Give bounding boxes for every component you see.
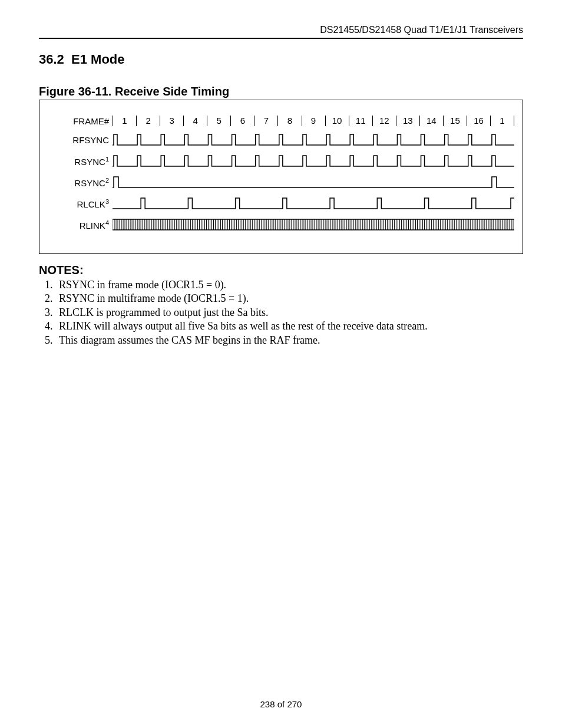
signal-row-rsync2: RSYNC2 bbox=[50, 174, 514, 190]
signal-label-rfsync: RFSYNC bbox=[50, 135, 113, 145]
page-number: 238 of 270 bbox=[0, 699, 562, 709]
signal-row-rlink: RLINK4 bbox=[50, 217, 514, 232]
frame-number-cell: 3 bbox=[160, 116, 183, 126]
frame-number-cell: 15 bbox=[443, 116, 467, 126]
signal-label-rsync2: RSYNC2 bbox=[50, 177, 113, 188]
note-item: This diagram assumes the CAS MF begins i… bbox=[55, 334, 523, 347]
frame-number-cell: 8 bbox=[277, 116, 301, 126]
signal-label-rlink: RLINK4 bbox=[50, 219, 113, 230]
note-item: RSYNC in multiframe mode (IOCR1.5 = 1). bbox=[55, 292, 523, 305]
signal-row-rfsync: RFSYNC bbox=[50, 132, 514, 147]
waveform-rsync2 bbox=[113, 174, 514, 190]
running-header-rule bbox=[39, 38, 523, 39]
note-item: RLINK will always output all five Sa bit… bbox=[55, 319, 523, 333]
frame-number-row: FRAME# 123456789101112131415161 bbox=[50, 114, 514, 127]
waveform-rsync1 bbox=[113, 153, 514, 169]
frame-number-cell: 11 bbox=[349, 116, 372, 126]
figure-box: FRAME# 123456789101112131415161 RFSYNC R… bbox=[39, 100, 523, 254]
figure-title: Receive Side Timing bbox=[115, 85, 229, 98]
signal-label-rsync1: RSYNC1 bbox=[50, 156, 113, 167]
section-title: E1 Mode bbox=[71, 52, 124, 67]
frame-number-cell: 14 bbox=[419, 116, 443, 126]
signal-label-rlclk: RLCLK3 bbox=[50, 198, 113, 209]
frame-number-cell: 2 bbox=[136, 116, 160, 126]
frame-number-cell: 13 bbox=[396, 116, 419, 126]
frame-number-cell: 10 bbox=[325, 116, 349, 126]
note-item: RLCLK is programmed to output just the S… bbox=[55, 306, 523, 319]
section-number: 36.2 bbox=[39, 52, 64, 67]
frame-label: FRAME# bbox=[50, 116, 113, 126]
frame-number-cell: 5 bbox=[207, 116, 230, 126]
frame-number-cell: 7 bbox=[254, 116, 277, 126]
waveform-rlclk bbox=[113, 196, 514, 211]
signal-row-rlclk: RLCLK3 bbox=[50, 196, 514, 211]
page: DS21455/DS21458 Quad T1/E1/J1 Transceive… bbox=[0, 0, 562, 728]
frame-number-cell: 1 bbox=[490, 116, 514, 126]
signal-row-rsync1: RSYNC1 bbox=[50, 153, 514, 169]
section-heading: 36.2 E1 Mode bbox=[39, 52, 523, 67]
notes-list: RSYNC in frame mode (IOCR1.5 = 0). RSYNC… bbox=[39, 278, 523, 347]
frame-number-cell: 6 bbox=[230, 116, 254, 126]
frame-number-cell: 1 bbox=[113, 116, 136, 126]
frame-number-cell: 16 bbox=[467, 116, 490, 126]
note-item: RSYNC in frame mode (IOCR1.5 = 0). bbox=[55, 278, 523, 292]
frame-number-cell: 9 bbox=[302, 116, 325, 126]
notes-heading: NOTES: bbox=[39, 263, 523, 277]
frame-number-cell: 4 bbox=[183, 116, 207, 126]
waveform-rfsync bbox=[113, 132, 514, 147]
figure-heading: Figure 36-11. Receive Side Timing bbox=[39, 85, 523, 98]
frame-number-cell: 12 bbox=[372, 116, 396, 126]
figure-number: Figure 36-11. bbox=[39, 85, 111, 98]
waveform-rlink bbox=[113, 217, 514, 232]
running-header: DS21455/DS21458 Quad T1/E1/J1 Transceive… bbox=[39, 25, 523, 35]
